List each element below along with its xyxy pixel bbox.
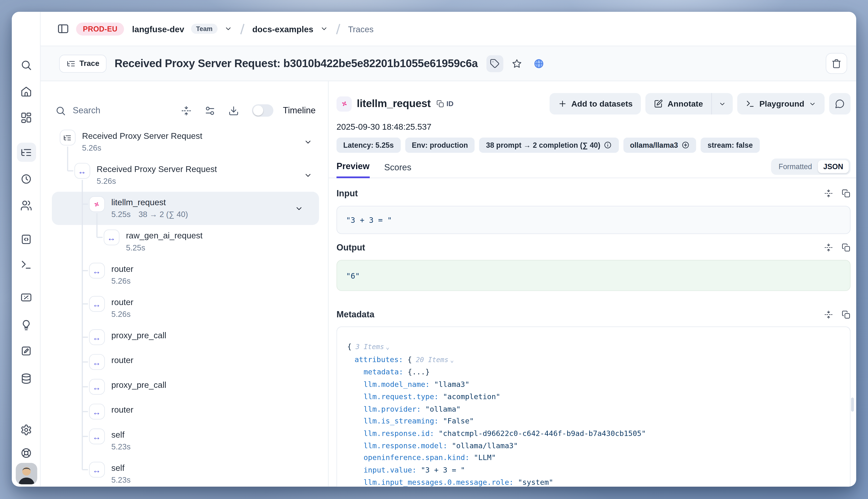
breadcrumb-separator bbox=[240, 24, 244, 34]
copy-id-button[interactable]: ID bbox=[437, 100, 453, 108]
json-key: input.value: bbox=[364, 466, 421, 474]
sidebar-item-tracing[interactable] bbox=[16, 143, 36, 162]
sidebar-item-playground[interactable] bbox=[16, 255, 36, 274]
download-icon[interactable] bbox=[228, 105, 239, 116]
breadcrumb-organization[interactable]: langfuse-dev bbox=[132, 24, 184, 34]
collapse-section-icon[interactable] bbox=[824, 310, 833, 319]
tree-row-received-proxy-server-request[interactable]: ↔Received Proxy Server Request5.26s bbox=[41, 159, 328, 192]
sidebar-item-sessions[interactable] bbox=[16, 169, 36, 188]
public-share-button[interactable] bbox=[530, 55, 547, 72]
tab-preview[interactable]: Preview bbox=[337, 161, 369, 178]
sidebar-item-settings[interactable] bbox=[16, 420, 36, 439]
breadcrumb-section[interactable]: Traces bbox=[348, 24, 374, 34]
json-key: attributes: bbox=[355, 355, 407, 364]
tree-row-self[interactable]: ↔self5.23s bbox=[41, 458, 328, 487]
tree-row-raw-gen-ai-request[interactable]: ↔raw_gen_ai_request5.25s bbox=[41, 225, 328, 258]
observation-chip[interactable]: stream: false bbox=[701, 138, 759, 153]
observation-name: litellm_request bbox=[357, 97, 431, 110]
trace-icon bbox=[59, 130, 75, 146]
tree-row-collapse-chevron-icon[interactable] bbox=[295, 204, 303, 212]
json-items-count[interactable]: 20 Items bbox=[416, 356, 448, 364]
copy-icon[interactable] bbox=[842, 243, 851, 252]
json-collapse-chevron-icon[interactable]: ⌄ bbox=[386, 343, 390, 351]
annotate-button[interactable]: Annotate bbox=[646, 93, 711, 114]
tree-row-duration: 5.26s bbox=[111, 308, 134, 320]
chip-label: Env: production bbox=[412, 141, 468, 149]
scrollbar-thumb[interactable] bbox=[851, 398, 854, 412]
annotate-dropdown-button[interactable] bbox=[712, 93, 733, 114]
tree-row-router[interactable]: ↔router5.26s bbox=[41, 258, 328, 291]
observation-chip[interactable]: ollama/llama3 bbox=[623, 138, 696, 153]
format-option-json[interactable]: JSON bbox=[818, 160, 849, 173]
sidebar-item-scores[interactable] bbox=[16, 288, 36, 307]
search-icon bbox=[20, 59, 32, 71]
comments-button[interactable] bbox=[829, 93, 851, 114]
observation-chip[interactable]: Env: production bbox=[405, 138, 475, 153]
observation-chip[interactable]: 38 prompt → 2 completion (∑ 40) bbox=[479, 138, 619, 153]
bookmark-button[interactable] bbox=[508, 55, 525, 72]
tree-row-received-proxy-server-request[interactable]: Received Proxy Server Request5.26s bbox=[41, 125, 328, 158]
collapse-section-icon[interactable] bbox=[824, 243, 833, 252]
project-chevron-down-icon[interactable] bbox=[320, 25, 328, 33]
star-icon bbox=[512, 59, 522, 69]
span-icon: ↔ bbox=[89, 428, 105, 445]
sidebar-item-prompts[interactable] bbox=[16, 230, 36, 249]
collapse-all-icon[interactable] bbox=[181, 105, 192, 116]
user-avatar[interactable] bbox=[15, 463, 37, 484]
tree-connector-line bbox=[82, 180, 83, 470]
tags-button[interactable] bbox=[486, 55, 503, 72]
sidebar-item-dashboard[interactable] bbox=[16, 108, 36, 127]
tree-row-label: self bbox=[111, 428, 131, 441]
json-key: llm.response.id: bbox=[364, 429, 439, 437]
sidebar-item-users[interactable] bbox=[16, 196, 36, 215]
sidebar-item-support[interactable] bbox=[16, 443, 36, 462]
sidebar-toggle-icon[interactable] bbox=[57, 23, 70, 35]
sidebar-item-search[interactable] bbox=[16, 55, 36, 75]
view-settings-icon[interactable] bbox=[205, 105, 215, 116]
tree-row-litellm-request[interactable]: litellm_request5.25s38 → 2 (∑ 40) bbox=[52, 192, 319, 225]
breadcrumb-separator bbox=[336, 24, 340, 34]
info-icon bbox=[604, 141, 612, 149]
chip-label: 38 prompt → 2 completion (∑ 40) bbox=[486, 141, 600, 149]
trace-type-badge[interactable]: Trace bbox=[59, 54, 107, 72]
tree-row-label: router bbox=[111, 404, 134, 416]
tree-row-collapse-chevron-icon[interactable] bbox=[304, 138, 312, 146]
sidebar-item-annotation[interactable] bbox=[16, 341, 36, 361]
tree-row-router[interactable]: ↔router5.26s bbox=[41, 292, 328, 325]
json-line: llm.provider: "ollama" bbox=[347, 403, 850, 415]
tree-connector-line bbox=[97, 237, 102, 238]
environment-badge[interactable]: PROD-EU bbox=[76, 22, 124, 35]
tree-connector-line bbox=[68, 170, 73, 171]
annotation-icon bbox=[20, 345, 32, 356]
support-icon bbox=[20, 447, 32, 459]
json-collapse-chevron-icon[interactable]: ⌄ bbox=[450, 356, 454, 363]
tracing-icon bbox=[20, 146, 32, 158]
json-value: "llama3" bbox=[434, 380, 469, 389]
observation-chip[interactable]: Latency: 5.25s bbox=[337, 138, 401, 153]
tree-row-duration: 5.26s bbox=[111, 275, 134, 287]
copy-icon[interactable] bbox=[842, 189, 851, 198]
add-to-datasets-button[interactable]: Add to datasets bbox=[549, 93, 641, 114]
generation-type-badge bbox=[337, 96, 352, 111]
delete-trace-button[interactable] bbox=[826, 53, 847, 74]
sidebar-item-home[interactable] bbox=[16, 82, 36, 101]
chip-label: Latency: 5.25s bbox=[343, 141, 394, 149]
breadcrumb-project[interactable]: docs-examples bbox=[252, 24, 314, 34]
collapse-section-icon[interactable] bbox=[824, 189, 833, 198]
detail-sections: Input "3 + 3 = " Output "6" Metadata bbox=[329, 178, 856, 487]
tab-scores[interactable]: Scores bbox=[384, 162, 412, 178]
format-option-formatted[interactable]: Formatted bbox=[773, 160, 818, 173]
sidebar-item-insights[interactable] bbox=[16, 315, 36, 334]
search-input[interactable]: Search bbox=[73, 105, 100, 115]
json-line: llm.is_streaming: "False" bbox=[347, 415, 850, 427]
timeline-toggle[interactable] bbox=[252, 105, 273, 117]
json-items-count[interactable]: 3 Items bbox=[356, 343, 384, 351]
home-icon bbox=[20, 85, 32, 97]
tree-row-self[interactable]: ↔self5.23s bbox=[41, 424, 328, 457]
organization-chevron-down-icon[interactable] bbox=[224, 25, 232, 33]
app-window: PROD-EU langfuse-dev Team docs-examples … bbox=[12, 12, 856, 486]
playground-button[interactable]: Playground bbox=[737, 93, 825, 114]
tree-row-collapse-chevron-icon[interactable] bbox=[304, 171, 312, 179]
copy-icon[interactable] bbox=[842, 310, 851, 319]
sidebar-item-datasets[interactable] bbox=[16, 369, 36, 388]
